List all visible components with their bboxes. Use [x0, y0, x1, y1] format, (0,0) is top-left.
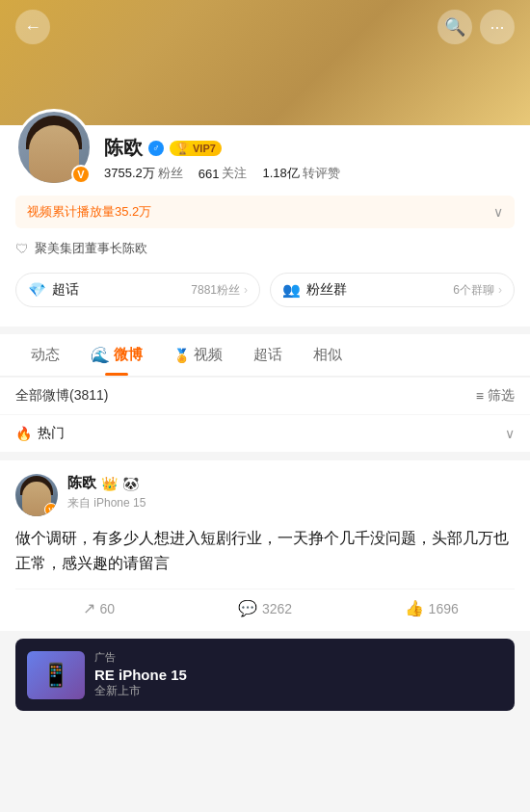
share-icon: ↗ [83, 599, 95, 617]
panda-icon: 🐼 [122, 476, 139, 491]
filter-bar: 全部微博(3811) ≡ 筛选 [0, 378, 530, 414]
vip-icon: 🏆 [175, 142, 190, 155]
hot-bar[interactable]: 🔥 热门 ∨ [0, 415, 530, 453]
likes-label: 转评赞 [303, 165, 340, 182]
video-tab-icon: 🏅 [173, 348, 190, 363]
filter-left: 全部微博(3811) [15, 387, 108, 405]
name-row: 陈欧 ♂ 🏆 VIP7 [104, 135, 515, 161]
like-count: 1696 [429, 601, 459, 616]
avatar-row: V 陈欧 ♂ 🏆 VIP7 3755.2万 粉丝 661 关注 [15, 125, 515, 186]
post-verified-badge: V [44, 503, 58, 516]
search-button[interactable]: 🔍 [437, 10, 472, 44]
tab-supertopic[interactable]: 超话 [238, 334, 298, 376]
share-action[interactable]: ↗ 60 [15, 599, 182, 617]
video-plays-label: 视频累计播放量 [27, 204, 115, 219]
following-label: 关注 [222, 165, 247, 182]
post-avatar[interactable]: V [15, 474, 58, 516]
bio-text: 聚美集团董事长陈欧 [35, 240, 147, 257]
back-button[interactable]: ← [15, 10, 50, 44]
hot-label: 热门 [38, 425, 65, 442]
fans-group-button[interactable]: 👥 粉丝群 6个群聊 › [270, 273, 515, 307]
ad-title: RE iPhone 15 [94, 667, 503, 683]
post-content: 做个调研，有多少人想进入短剧行业，一天挣个几千没问题，头部几万也正常，感兴趣的请… [15, 526, 515, 575]
likes-count: 1.18亿 [262, 165, 299, 182]
ad-subtitle: 全新上市 [94, 683, 503, 699]
gender-icon: ♂ [148, 141, 164, 156]
like-icon: 👍 [405, 599, 424, 617]
group-chevron: › [498, 283, 502, 297]
followers-count: 3755.2万 [104, 165, 155, 182]
hot-fire-icon: 🔥 [15, 426, 32, 441]
vip-level: VIP7 [193, 143, 216, 154]
fans-group-label: 粉丝群 [306, 281, 347, 299]
tab-weibo[interactable]: 🌊 微博 [75, 334, 158, 376]
comment-icon: 💬 [238, 599, 257, 617]
filter-button[interactable]: ≡ 筛选 [476, 387, 515, 405]
shield-icon: 🛡 [15, 241, 29, 256]
ad-image: 📱 [27, 651, 85, 699]
tabs: 动态 🌊 微博 🏅 视频 超话 相似 [0, 334, 530, 376]
video-stats-bar[interactable]: 视频累计播放量35.2万 ∨ [15, 196, 515, 228]
video-plays-count: 35.2万 [115, 204, 151, 219]
like-action[interactable]: 👍 1696 [348, 599, 515, 617]
banner: ← 🔍 ··· [0, 0, 530, 125]
post-source: 来自 iPhone 15 [67, 495, 146, 511]
tab-video-label: 视频 [194, 346, 223, 364]
nav-right: 🔍 ··· [437, 10, 515, 44]
tab-dongtai-label: 动态 [31, 346, 60, 364]
verified-badge: V [71, 165, 91, 184]
tab-weibo-label: 微博 [114, 346, 143, 364]
share-count: 60 [100, 601, 116, 616]
ad-text-area: 广告 RE iPhone 15 全新上市 [94, 650, 503, 699]
hot-left: 🔥 热门 [15, 425, 65, 442]
super-topic-label: 超话 [52, 281, 79, 299]
stats-row: 3755.2万 粉丝 661 关注 1.18亿 转评赞 [104, 165, 515, 182]
hot-chevron-icon: ∨ [505, 426, 515, 441]
super-topic-button[interactable]: 💎 超话 7881粉丝 › [15, 273, 260, 307]
ad-banner[interactable]: 📱 广告 RE iPhone 15 全新上市 [15, 639, 515, 711]
tab-supertopic-label: 超话 [253, 346, 282, 364]
tabs-container: 动态 🌊 微博 🏅 视频 超话 相似 [0, 334, 530, 377]
vip-badge: 🏆 VIP7 [170, 141, 222, 156]
post-username[interactable]: 陈欧 [67, 474, 96, 492]
group-count: 6个群聊 [453, 282, 494, 299]
post-user-info: 陈欧 👑 🐼 来自 iPhone 15 [67, 474, 146, 511]
post-header: V 陈欧 👑 🐼 来自 iPhone 15 [15, 474, 515, 516]
nav-bar: ← 🔍 ··· [0, 0, 530, 54]
post-card: V 陈欧 👑 🐼 来自 iPhone 15 做个调研，有多少人想进入短剧行业，一… [0, 460, 530, 631]
all-weibo-label: 全部微博 [15, 387, 69, 403]
weibo-icon: 🌊 [91, 346, 110, 364]
filter-label: 筛选 [488, 387, 515, 405]
tab-dongtai[interactable]: 动态 [15, 334, 75, 376]
comment-action[interactable]: 💬 3262 [182, 599, 349, 617]
comment-count: 3262 [262, 601, 292, 616]
chevron-down-icon: ∨ [493, 204, 503, 220]
following-count: 661 [199, 167, 220, 181]
action-buttons: 💎 超话 7881粉丝 › 👥 粉丝群 6个群聊 › [15, 273, 515, 307]
tab-related[interactable]: 相似 [298, 334, 358, 376]
post-username-row: 陈欧 👑 🐼 [67, 474, 146, 492]
weibo-count: (3811) [69, 387, 108, 403]
ad-label: 广告 [94, 650, 503, 665]
super-topic-left: 💎 超话 [28, 281, 79, 299]
group-icon: 👥 [282, 281, 301, 299]
tab-related-label: 相似 [313, 346, 342, 364]
filter-lines-icon: ≡ [476, 388, 484, 404]
super-topic-chevron: › [244, 283, 248, 297]
avatar-wrap: V [15, 109, 93, 186]
followers-stat: 3755.2万 粉丝 [104, 165, 183, 182]
fans-group-left: 👥 粉丝群 [282, 281, 347, 299]
profile-section: V 陈欧 ♂ 🏆 VIP7 3755.2万 粉丝 661 关注 [0, 125, 530, 327]
tab-video[interactable]: 🏅 视频 [158, 334, 238, 376]
video-stats-text: 视频累计播放量35.2万 [27, 203, 151, 221]
following-stat: 661 关注 [199, 165, 248, 182]
profile-info: 陈欧 ♂ 🏆 VIP7 3755.2万 粉丝 661 关注 1.18亿 [104, 135, 515, 186]
bio: 🛡 聚美集团董事长陈欧 [15, 236, 515, 265]
profile-name: 陈欧 [104, 135, 143, 161]
more-button[interactable]: ··· [480, 10, 515, 44]
crown-icon: 👑 [101, 476, 118, 491]
followers-label: 粉丝 [158, 165, 183, 182]
post-actions: ↗ 60 💬 3262 👍 1696 [15, 589, 515, 617]
super-topic-fans: 7881粉丝 [191, 282, 240, 299]
diamond-icon: 💎 [28, 281, 46, 299]
